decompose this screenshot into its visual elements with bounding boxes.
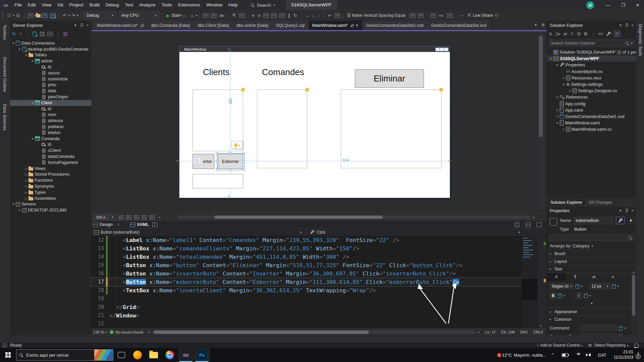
- live-share-icon[interactable]: ⇱: [468, 13, 471, 18]
- tab-toolbox[interactable]: Toolbox: [2, 25, 7, 40]
- pin-icon[interactable]: [349, 23, 354, 28]
- comandes-label[interactable]: Comandes: [262, 67, 304, 77]
- solution-item-app-config[interactable]: App.config: [547, 101, 636, 107]
- tree-arrow-icon[interactable]: ▷: [24, 167, 29, 170]
- server-item-id[interactable]: Id: [10, 106, 91, 112]
- configuration-select[interactable]: Debug▾: [84, 11, 116, 19]
- server-item-data-connections[interactable]: ▸Data Connections: [10, 40, 91, 46]
- chevron-down-icon[interactable]: ▾: [620, 23, 622, 27]
- navigate-back-icon[interactable]: ⊙: [7, 12, 11, 18]
- language-indicator[interactable]: CAT: [598, 353, 606, 358]
- align-center-icon[interactable]: ≡: [258, 13, 261, 18]
- live-share-label[interactable]: Live Share: [473, 13, 493, 18]
- taskbar-firefox[interactable]: [129, 348, 146, 362]
- spaces-indicator[interactable]: SPC: [520, 330, 528, 334]
- server-explorer-header[interactable]: Server Explorer ▾ ×: [10, 21, 91, 29]
- tree-arrow-icon[interactable]: ▷: [24, 191, 29, 194]
- designer-zoom-select[interactable]: 100,2...▾: [93, 214, 116, 220]
- cursor-icon[interactable]: ⇱: [232, 13, 236, 18]
- select-repository[interactable]: Select Repository: [594, 343, 626, 348]
- tab-git-changes[interactable]: Git Changes: [586, 199, 615, 206]
- server-item-telefon[interactable]: telefon: [10, 130, 91, 136]
- server-item-servers[interactable]: ▸Servers: [10, 201, 91, 207]
- resize-handle[interactable]: [216, 152, 218, 155]
- solution-explorer-header[interactable]: Solution Explorer ▾ ×: [547, 21, 636, 29]
- comandes-listbox[interactable]: [257, 89, 307, 168]
- esborrar-button[interactable]: Esborrar: [218, 154, 243, 169]
- new-project-icon[interactable]: [28, 13, 33, 18]
- solution-item-resources-resx[interactable]: ▷Resources.resx: [547, 75, 636, 81]
- server-item-types[interactable]: ▷Types: [10, 189, 91, 195]
- code-line-13[interactable]: 13 <ListBox x:Name="comandesClients" Mar…: [91, 244, 547, 253]
- breadcrumb-element[interactable]: Button (esborrarButo): [101, 230, 139, 235]
- section-brush[interactable]: ▷Brush: [547, 250, 636, 257]
- server-item-desktop-jccl880-gestiocomande[interactable]: ▸desktop-jccl880.GestioComande: [10, 46, 91, 52]
- server-item-functions[interactable]: ▷Functions: [10, 177, 91, 183]
- section-layout[interactable]: ▷Layout: [547, 257, 636, 265]
- menu-debug[interactable]: Debug: [103, 0, 122, 10]
- code-line-12[interactable]: 12 <Label x:Name="label1" Content="Coman…: [91, 236, 547, 244]
- tree-arrow-icon[interactable]: ▷: [24, 173, 29, 176]
- expand-pane-icon[interactable]: [537, 223, 542, 227]
- step-into-icon[interactable]: ↓: [313, 13, 315, 18]
- server-item-views[interactable]: ▷Views: [10, 166, 91, 172]
- split-horizontal-icon[interactable]: [526, 223, 531, 227]
- tree-arrow-icon[interactable]: ▷: [562, 76, 566, 79]
- quick-actions-lightbulb[interactable]: ▸: [231, 141, 243, 149]
- connect-database-icon[interactable]: [33, 32, 37, 37]
- tree-arrow-icon[interactable]: ▷: [568, 89, 573, 93]
- add-connection-icon[interactable]: [47, 32, 53, 36]
- restart-icon[interactable]: ↻: [293, 13, 297, 18]
- open-file-icon[interactable]: [36, 14, 41, 17]
- weather-desc[interactable]: Mayorm. nubla...: [514, 353, 546, 358]
- vertical-spacing-label[interactable]: Make Vertical Spacing Equal: [352, 13, 405, 18]
- share-person-icon[interactable]: ⚇: [495, 13, 499, 18]
- battery-icon[interactable]: [562, 353, 568, 357]
- menu-git[interactable]: Git: [54, 0, 66, 10]
- server-item-synonyms[interactable]: ▷Synonyms: [10, 183, 91, 189]
- solution-item-app-xaml[interactable]: ▷App.xaml: [547, 107, 636, 113]
- server-item-datacomanda[interactable]: dataComanda: [10, 154, 91, 160]
- code-line-18[interactable]: 18 <TextBox x:Name="insertaClient" Margi…: [91, 286, 547, 295]
- bookmark-icon[interactable]: [263, 13, 269, 18]
- snap-grid-icon[interactable]: [134, 215, 139, 220]
- hot-reload-icon[interactable]: ♨: [190, 13, 194, 18]
- tab-list-dropdown-icon[interactable]: ▾: [535, 23, 537, 27]
- scroll-up-icon[interactable]: ▲: [632, 271, 635, 274]
- resize-handle[interactable]: [243, 152, 245, 155]
- tree-arrow-icon[interactable]: ▷: [18, 208, 22, 212]
- server-item-client[interactable]: ▸Client: [10, 100, 91, 106]
- server-item-article[interactable]: ▸article: [10, 58, 91, 64]
- design-tab[interactable]: Design: [100, 222, 113, 227]
- server-item-poblacio[interactable]: poblacio: [10, 124, 91, 130]
- designer-hscrollbar[interactable]: [178, 216, 530, 219]
- font-family-select[interactable]: Segoe UI▾: [550, 283, 574, 289]
- server-item-paisorigen[interactable]: paisOrigen: [10, 94, 91, 100]
- tab-mainwindow-xaml-[interactable]: MainWindow.xaml*×: [309, 21, 362, 30]
- element-picker-icon[interactable]: [550, 218, 557, 226]
- tree-arrow-icon[interactable]: ▷: [562, 128, 566, 131]
- toolbar-grip[interactable]: [2, 12, 3, 18]
- tree-arrow-icon[interactable]: ▷: [555, 96, 560, 99]
- vertical-split-icon[interactable]: [152, 223, 157, 227]
- tab-gestiocomandesdataset1-xsd[interactable]: GestioComandesDataSet1.xsd: [362, 21, 427, 30]
- bold-toggle[interactable]: B: [550, 293, 556, 299]
- list-tab[interactable]: ≡: [603, 273, 622, 281]
- back-dropdown-icon[interactable]: ▾: [13, 14, 15, 17]
- resize-handle[interactable]: [243, 160, 245, 163]
- tab-mainwindow-xaml-cs-[interactable]: MainWindow.xaml.cs*: [93, 21, 147, 30]
- close-icon[interactable]: ×: [87, 23, 89, 27]
- switch-views-icon[interactable]: ⧉: [549, 32, 552, 36]
- wpf-designer-surface[interactable]: MainWindow Clients Comandes Eliminar 300: [91, 31, 547, 213]
- quote-icons[interactable]: ⋯: [460, 13, 464, 18]
- italic-toggle[interactable]: I: [576, 293, 582, 299]
- tree-arrow-icon[interactable]: ▷: [24, 197, 29, 200]
- server-item-desktop-jccl880[interactable]: ▷DESKTOP-JCCL880: [10, 207, 91, 213]
- server-item-formapagament[interactable]: formaPagament: [10, 160, 91, 166]
- solution-item-settings-settings[interactable]: ▸⚙Settings.settings: [547, 81, 636, 87]
- tree-arrow-icon[interactable]: ▷: [555, 108, 560, 112]
- server-item-stored-procedures[interactable]: ▷Stored Procedures: [10, 172, 91, 178]
- table-layout-icon[interactable]: [447, 13, 452, 18]
- line-indicator[interactable]: Ln: 17: [485, 330, 496, 334]
- properties-search-box[interactable]: [549, 234, 634, 241]
